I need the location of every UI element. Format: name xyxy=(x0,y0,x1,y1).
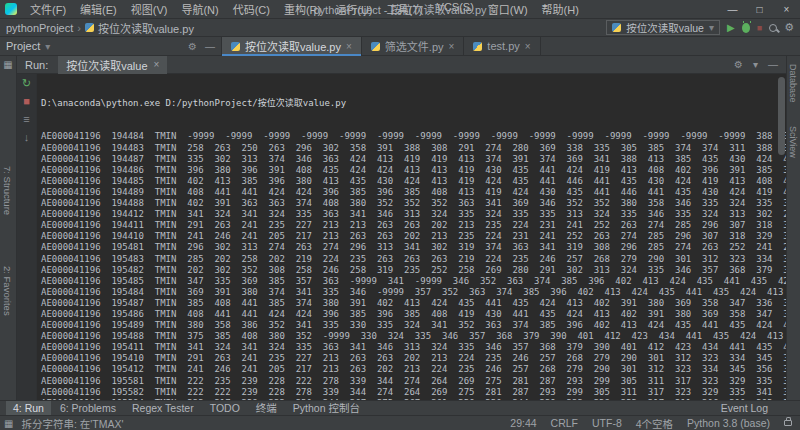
console-line: AE000041196 195488 TMIN 375 385 408 380 … xyxy=(41,331,786,342)
settings-gear-icon[interactable]: ⚙ xyxy=(188,41,197,52)
stop-icon[interactable]: ■ xyxy=(23,96,30,107)
hide-panel-icon[interactable]: — xyxy=(768,59,778,70)
chevron-down-icon: ▾ xyxy=(45,41,50,52)
close-tab-icon[interactable]: × xyxy=(525,41,531,52)
console-line: AE000041196 195412 TMIN 241 246 241 205 … xyxy=(41,364,786,375)
readonly-lock-icon[interactable] xyxy=(784,420,792,426)
console-line: AE000041196 194486 TMIN 396 380 396 391 … xyxy=(41,165,786,176)
tool-button-database[interactable]: Database xyxy=(788,64,798,103)
console-line: AE000041196 195484 TMIN 369 391 380 374 … xyxy=(41,287,786,298)
menu-item[interactable]: 编辑(E) xyxy=(73,1,124,17)
console-line: AE000041196 195483 TMIN 285 202 258 202 … xyxy=(41,254,786,265)
window-controls: — □ × xyxy=(719,0,800,19)
interpreter[interactable]: Python 3.8 (base) xyxy=(687,417,770,429)
console-command-line: D:\anaconda\python.exe D:/pythonProject/… xyxy=(41,98,786,109)
console-line: AE000041196 195481 TMIN 296 302 313 274 … xyxy=(41,242,786,253)
editor-tab-value[interactable]: 按位次读取value.py × xyxy=(222,37,362,55)
menu-item[interactable]: 视图(V) xyxy=(124,1,175,17)
console-line: AE000041196 195581 TMIN 222 235 239 228 … xyxy=(41,376,786,387)
menu-item[interactable]: 导航(N) xyxy=(174,1,225,17)
editor-tab-filter[interactable]: 筛选文件.py × xyxy=(362,37,465,55)
right-tool-strip: Database SciView xyxy=(786,56,800,400)
stop-button[interactable]: ■ xyxy=(757,23,762,33)
project-pane-icons: ⚙ — xyxy=(188,41,215,52)
console-line: AE000041196 194484 TMIN -9999 -9999 -999… xyxy=(41,131,786,142)
tool-window-button[interactable]: 终端 xyxy=(249,401,284,415)
collapse-icon[interactable]: ▾ xyxy=(753,59,758,70)
console-line: AE000041196 195584 TMIN 333 317 328 333 … xyxy=(41,398,786,400)
console-line: AE000041196 195411 TMIN 341 324 341 324 … xyxy=(41,342,786,353)
event-log-button[interactable]: Event Log xyxy=(714,401,794,415)
menu-item[interactable]: 文件(F) xyxy=(23,1,73,17)
run-tab-label: 按位次读取value xyxy=(66,57,147,73)
editor-tab-label: 按位次读取value.py xyxy=(245,38,341,54)
project-tool-icon[interactable]: ▦ xyxy=(0,59,16,70)
editor-tab-test[interactable]: test.py × xyxy=(464,37,540,55)
tool-button-structure[interactable]: 7: Structure xyxy=(2,166,13,215)
breadcrumb-file-label: 按位次读取value.py xyxy=(98,20,194,36)
status-right: 29:44 CRLF UTF-8 4个空格 Python 3.8 (base) xyxy=(510,416,792,430)
tab-row: Project ▾ ⚙ — 按位次读取value.py × 筛选文件.py × … xyxy=(0,37,800,56)
run-gutter: ↻ ■ ≡ ↓ xyxy=(17,74,37,400)
breadcrumb-project[interactable]: pythonProject xyxy=(6,22,73,34)
minimize-icon[interactable]: — xyxy=(719,0,746,19)
breadcrumb-chevron-icon: › xyxy=(77,22,81,34)
run-body: ↻ ■ ≡ ↓ D:\anaconda\python.exe D:/python… xyxy=(17,74,786,400)
console-menu-icon[interactable]: ≡ xyxy=(23,114,29,125)
scroll-to-end-icon[interactable]: ↓ xyxy=(24,132,30,143)
caret-position[interactable]: 29:44 xyxy=(510,417,536,429)
console-line: AE000041196 194410 TMIN 241 246 241 205 … xyxy=(41,231,786,242)
settings-gear-icon[interactable]: ⚙ xyxy=(734,59,743,70)
run-config-selector[interactable]: 按位次读取value ▾ xyxy=(606,20,720,35)
menu-item[interactable]: 窗口(W) xyxy=(481,1,535,17)
maximize-icon[interactable]: □ xyxy=(746,0,773,19)
main-menu: 文件(F)编辑(E)视图(V)导航(N)代码(C)重构(R)运行(U)工具(T)… xyxy=(23,1,586,17)
toolbar-right: 按位次读取value ▾ ▶ ■ ⚙ xyxy=(606,20,794,35)
tool-window-button[interactable]: Python 控制台 xyxy=(286,401,367,415)
indent-setting[interactable]: 4个空格 xyxy=(636,416,673,430)
python-file-icon xyxy=(473,42,482,51)
pycharm-logo-icon xyxy=(5,3,17,15)
tool-window-button[interactable]: Regex Tester xyxy=(125,401,201,415)
close-tab-icon[interactable]: × xyxy=(154,59,160,70)
tool-window-button[interactable]: TODO xyxy=(203,401,247,415)
rerun-icon[interactable]: ↻ xyxy=(22,78,31,89)
breadcrumb-file[interactable]: 按位次读取value.py xyxy=(85,20,194,36)
tool-window-buttons: 4: Run6: ProblemsRegex TesterTODO终端Pytho… xyxy=(6,401,367,415)
console-line: AE000041196 195482 TMIN 202 302 352 308 … xyxy=(41,265,786,276)
file-encoding[interactable]: UTF-8 xyxy=(592,417,622,429)
console-line: AE000041196 194411 TMIN 291 263 241 235 … xyxy=(41,220,786,231)
menu-item[interactable]: 代码(C) xyxy=(226,1,277,17)
run-title: Run: xyxy=(25,59,48,71)
close-icon[interactable]: × xyxy=(773,0,800,19)
menu-item[interactable]: 帮助(H) xyxy=(535,1,586,17)
settings-gear-icon[interactable]: ⚙ xyxy=(784,21,794,34)
python-file-icon xyxy=(85,23,94,32)
tool-button-sciview[interactable]: SciView xyxy=(788,126,798,158)
window-title: pythonProject - 按位次读取value.py xyxy=(313,1,486,17)
debug-button[interactable] xyxy=(742,23,750,33)
chevron-down-icon: ▾ xyxy=(709,22,714,33)
close-tab-icon[interactable]: × xyxy=(449,41,455,52)
run-header: Run: 按位次读取value × ⚙ ▾ — xyxy=(17,56,786,74)
line-ending[interactable]: CRLF xyxy=(551,417,578,429)
console-output[interactable]: D:\anaconda\python.exe D:/pythonProject/… xyxy=(37,74,786,400)
tool-window-switcher-icon[interactable]: ▦ xyxy=(4,418,13,429)
tool-window-button[interactable]: 6: Problems xyxy=(53,401,123,415)
run-header-icons: ⚙ ▾ — xyxy=(734,59,778,70)
project-pane-header[interactable]: Project ▾ ⚙ — xyxy=(0,37,222,55)
hide-panel-icon[interactable]: — xyxy=(205,41,215,52)
title-bar: 文件(F)编辑(E)视图(V)导航(N)代码(C)重构(R)运行(U)工具(T)… xyxy=(0,0,800,19)
tool-button-favorites[interactable]: 2: Favorites xyxy=(2,266,13,316)
console-lines: AE000041196 194484 TMIN -9999 -9999 -999… xyxy=(41,131,786,400)
search-icon[interactable] xyxy=(769,24,777,32)
run-button[interactable]: ▶ xyxy=(727,22,735,33)
console-scrollbar[interactable] xyxy=(778,77,785,155)
console-line: AE000041196 194485 TMIN 402 413 385 396 … xyxy=(41,176,786,187)
run-config-icon xyxy=(612,23,621,32)
main-toolbar: pythonProject › 按位次读取value.py 按位次读取value… xyxy=(0,19,800,37)
run-tab[interactable]: 按位次读取value × xyxy=(58,56,167,74)
close-tab-icon[interactable]: × xyxy=(346,41,352,52)
console-line: AE000041196 194489 TMIN 408 441 441 424 … xyxy=(41,187,786,198)
tool-window-button[interactable]: 4: Run xyxy=(6,401,51,415)
